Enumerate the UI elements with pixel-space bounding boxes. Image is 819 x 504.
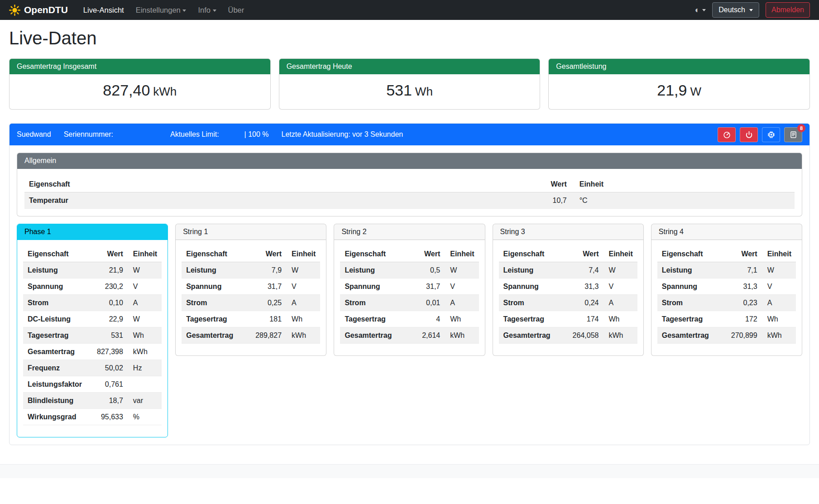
nav-item-uber[interactable]: Über	[223, 3, 250, 17]
power-toggle-button[interactable]	[740, 127, 758, 142]
serial-label: Seriennummer:	[64, 130, 113, 139]
summary-card-value: 827,40kWh	[10, 74, 270, 109]
property-value: 31,3	[557, 278, 603, 295]
column-header-eigenschaft: Eigenschaft	[24, 176, 530, 192]
property-name: Strom	[340, 295, 399, 311]
property-value: 2,614	[399, 327, 445, 344]
property-unit: W	[603, 262, 637, 278]
property-value: 31,7	[399, 278, 445, 295]
data-table: EigenschaftWertEinheitLeistung7,4WSpannu…	[499, 246, 637, 344]
property-unit: var	[128, 393, 162, 409]
property-unit: kWh	[762, 327, 796, 344]
property-unit: °C	[571, 192, 795, 209]
property-unit: W	[445, 262, 479, 278]
general-table-wrap: EigenschaftWertEinheitTemperatur10,7°C	[17, 169, 802, 216]
column-header-eigenschaft: Eigenschaft	[657, 246, 716, 262]
property-value: 172	[716, 311, 762, 327]
table-header-row: EigenschaftWertEinheit	[24, 176, 795, 192]
property-value: 10,7	[530, 192, 571, 209]
property-value: 0,5	[399, 262, 445, 278]
table-row: Wirkungsgrad95,633%	[23, 409, 162, 425]
data-cards-row: Phase 1EigenschaftWertEinheitLeistung21,…	[17, 224, 802, 437]
chevron-down-icon	[182, 10, 186, 12]
property-name: Tagesertrag	[657, 311, 716, 327]
cpu-icon	[767, 131, 775, 139]
nav-item-einstellungen[interactable]: Einstellungen	[130, 3, 192, 17]
table-row: Strom0,24A	[499, 295, 637, 311]
sun-logo-icon	[9, 5, 20, 16]
limit-value: | 100 %	[244, 130, 269, 139]
property-name: Leistung	[23, 262, 86, 278]
value-unit: kWh	[153, 85, 177, 98]
value-number: 531	[386, 82, 412, 99]
limit-settings-button[interactable]	[718, 127, 736, 142]
table-row: Tagesertrag172Wh	[657, 311, 796, 327]
table-row: Spannung31,7V	[340, 278, 479, 295]
property-value: 0,23	[716, 295, 762, 311]
property-unit: A	[762, 295, 796, 311]
property-name: Leistung	[340, 262, 399, 278]
column-header-eigenschaft: Eigenschaft	[23, 246, 86, 262]
property-value: 0,25	[240, 295, 286, 311]
property-unit: V	[603, 278, 637, 295]
property-name: Wirkungsgrad	[23, 409, 86, 425]
table-row: Spannung31,3V	[499, 278, 637, 295]
table-row: Gesamtertrag289,827kWh	[182, 327, 320, 344]
property-name: Leistungsfaktor	[23, 376, 86, 393]
summary-cards: Gesamtertrag Insgesamt827,40kWhGesamtert…	[9, 58, 810, 110]
table-row: Tagesertrag181Wh	[182, 311, 320, 327]
chevron-down-icon	[749, 9, 753, 11]
language-label: Deutsch	[718, 6, 745, 14]
table-row: Gesamtertrag827,398kWh	[23, 344, 162, 360]
property-value: 230,2	[86, 278, 128, 295]
property-name: Spannung	[657, 278, 716, 295]
table-row: Tagesertrag174Wh	[499, 311, 637, 327]
table-row: Leistungsfaktor0,761	[23, 376, 162, 393]
property-value: 0,24	[557, 295, 603, 311]
column-header-eigenschaft: Eigenschaft	[499, 246, 558, 262]
property-value: 4	[399, 311, 445, 327]
nav-item-info[interactable]: Info	[192, 3, 221, 17]
table-row: Strom0,25A	[182, 295, 320, 311]
event-log-button[interactable]: 8	[784, 127, 802, 142]
property-value: 531	[86, 327, 128, 344]
card-allgemein: Allgemein EigenschaftWertEinheitTemperat…	[17, 153, 802, 216]
brand[interactable]: OpenDTU	[9, 5, 68, 16]
card-phase-1: Phase 1EigenschaftWertEinheitLeistung21,…	[17, 224, 168, 437]
value-unit: Wh	[415, 85, 433, 98]
language-dropdown[interactable]: Deutsch	[712, 2, 759, 18]
theme-icon: ◐	[694, 5, 699, 15]
table-row: Leistung7,4W	[499, 262, 637, 278]
card-body: EigenschaftWertEinheitLeistung21,9WSpann…	[17, 240, 168, 437]
chevron-down-icon	[702, 9, 706, 11]
property-unit: kWh	[286, 327, 320, 344]
table-header-row: EigenschaftWertEinheit	[182, 246, 320, 262]
data-table: EigenschaftWertEinheitLeistung7,9WSpannu…	[182, 246, 320, 344]
property-name: Tagesertrag	[340, 311, 399, 327]
device-info-button[interactable]	[762, 127, 780, 142]
last-update: Letzte Aktualisierung: vor 3 Sekunden	[282, 130, 403, 139]
summary-card-gesamtertrag-insgesamt: Gesamtertrag Insgesamt827,40kWh	[9, 58, 271, 110]
value-unit: W	[690, 85, 701, 98]
card-string-1: String 1EigenschaftWertEinheitLeistung7,…	[175, 224, 326, 356]
property-value: 7,9	[240, 262, 286, 278]
property-value: 827,398	[86, 344, 128, 360]
logout-button[interactable]: Abmelden	[766, 2, 810, 18]
property-name: Spannung	[182, 278, 240, 295]
nav-item-live-ansicht[interactable]: Live-Ansicht	[78, 3, 129, 17]
summary-card-title: Gesamtleistung	[549, 59, 809, 74]
property-value: 7,1	[716, 262, 762, 278]
property-value: 0,761	[86, 376, 128, 393]
theme-dropdown[interactable]: ◐	[694, 5, 706, 15]
property-value: 50,02	[86, 360, 128, 376]
property-unit: W	[128, 262, 162, 278]
property-name: Gesamtertrag	[182, 327, 240, 344]
table-row: Temperatur10,7°C	[24, 192, 795, 209]
property-unit: A	[603, 295, 637, 311]
card-title: Phase 1	[17, 224, 168, 240]
data-table: EigenschaftWertEinheitLeistung21,9WSpann…	[23, 246, 162, 425]
inverter-header: Suedwand Seriennummer: Aktuelles Limit: …	[10, 124, 809, 145]
card-body: EigenschaftWertEinheitLeistung7,9WSpannu…	[176, 240, 326, 355]
value-number: 827,40	[103, 82, 150, 99]
table-row: Leistung21,9W	[23, 262, 162, 278]
